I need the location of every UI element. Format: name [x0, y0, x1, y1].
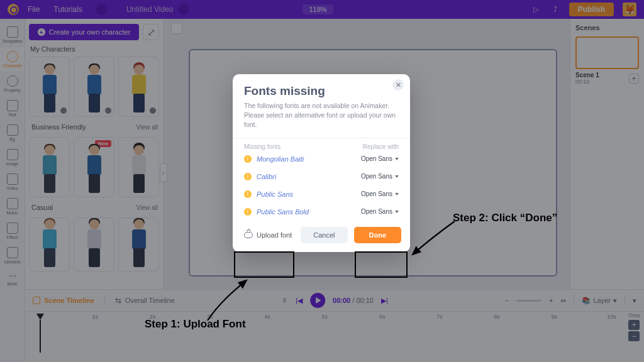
fonts-missing-dialog: ✕ Fonts missing The following fonts are … [233, 74, 410, 252]
missing-font-name: Public Sans [257, 190, 293, 198]
warning-icon: ! [244, 208, 252, 216]
replace-font-dropdown[interactable]: Open Sans [361, 208, 399, 215]
chevron-down-icon [395, 175, 399, 178]
chevron-down-icon [395, 158, 399, 160]
replace-font-dropdown[interactable]: Open Sans [361, 190, 399, 197]
warning-icon: ! [244, 190, 252, 198]
upload-font-button[interactable]: Upload font [242, 228, 294, 243]
font-row: !Public SansOpen Sans [233, 185, 410, 203]
modal-title: Fonts missing [233, 84, 410, 98]
warning-icon: ! [244, 155, 252, 163]
annotation-step1: Step 1: Upload Font [145, 318, 246, 331]
missing-font-name: Mongolian Baiti [257, 155, 304, 163]
font-row: !Mongolian BaitiOpen Sans [233, 150, 410, 168]
modal-subtitle: The following fonts are not available on… [233, 101, 410, 130]
chevron-down-icon [395, 211, 399, 213]
col-missing-fonts: Missing fonts [244, 143, 280, 150]
cancel-button[interactable]: Cancel [301, 227, 347, 243]
warning-icon: ! [244, 173, 252, 180]
font-row: !CalibriOpen Sans [233, 168, 410, 185]
annotation-step2: Step 2: Click “Done” [453, 212, 557, 224]
missing-font-name: Public Sans Bold [257, 208, 309, 216]
col-replace-with: Replace with [363, 143, 399, 150]
done-button[interactable]: Done [354, 227, 402, 243]
close-icon[interactable]: ✕ [392, 79, 404, 90]
font-row: !Public Sans BoldOpen Sans [233, 203, 410, 221]
missing-font-name: Calibri [257, 173, 276, 180]
chevron-down-icon [395, 193, 399, 195]
replace-font-dropdown[interactable]: Open Sans [361, 155, 399, 162]
replace-font-dropdown[interactable]: Open Sans [361, 173, 399, 180]
cloud-upload-icon [244, 232, 253, 238]
